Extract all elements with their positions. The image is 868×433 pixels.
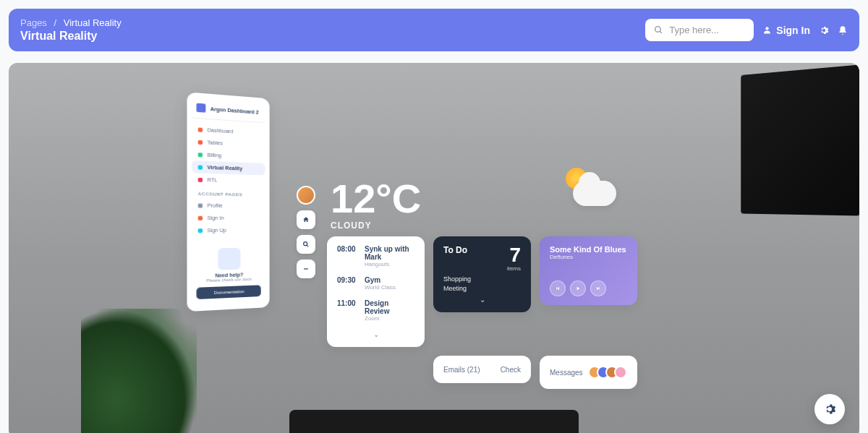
- bell-icon[interactable]: [838, 25, 848, 35]
- svg-point-0: [655, 27, 661, 33]
- brand-icon: [196, 103, 205, 113]
- schedule-item[interactable]: 09:30 Gym World Class: [337, 276, 414, 291]
- music-artist: Deftones: [550, 254, 627, 260]
- sidebar-item-label: Billing: [208, 153, 222, 158]
- sidebar-item-label: Tables: [208, 140, 223, 145]
- search-icon: [654, 25, 663, 35]
- schedule-card: 08:00 Synk up with Mark Hangouts 09:30 G…: [327, 236, 425, 347]
- svg-line-1: [660, 31, 662, 33]
- schedule-title: Design Review: [365, 299, 414, 315]
- breadcrumb-sep: /: [54, 17, 57, 28]
- sidebar-item-signup[interactable]: Sign Up: [192, 224, 265, 236]
- page-title: Virtual Reality: [20, 30, 122, 43]
- weather-condition: CLOUDY: [331, 220, 421, 231]
- schedule-time: 11:00: [337, 299, 359, 322]
- sidebar-item-label: Profile: [208, 203, 223, 208]
- avatar[interactable]: [297, 186, 315, 205]
- todo-title: To Do: [443, 245, 467, 255]
- schedule-item[interactable]: 08:00 Synk up with Mark Hangouts: [337, 245, 414, 267]
- sidebar-item-label: Sign In: [208, 215, 224, 220]
- next-button[interactable]: [590, 280, 606, 296]
- emails-card[interactable]: Emails (21) Check: [433, 356, 531, 383]
- mini-nav: [297, 186, 315, 278]
- dashboard-icon: [198, 127, 203, 132]
- vr-icon: [198, 165, 203, 169]
- schedule-title: Synk up with Mark: [365, 245, 414, 261]
- minimize-button[interactable]: [297, 260, 315, 278]
- messages-card[interactable]: Messages: [540, 356, 637, 389]
- temperature: 12°C: [331, 179, 421, 219]
- sidebar-item-label: Virtual Reality: [208, 165, 243, 171]
- speaker-decoration: [741, 64, 859, 215]
- sidebar-section-label: ACCOUNT PAGES: [192, 186, 265, 200]
- emails-check-link[interactable]: Check: [501, 366, 521, 374]
- documentation-button[interactable]: Documentation: [196, 285, 260, 299]
- weather-widget: 12°C CLOUDY: [331, 179, 421, 231]
- svg-line-4: [307, 245, 309, 247]
- search-button[interactable]: [297, 235, 315, 254]
- schedule-time: 08:00: [337, 245, 359, 267]
- header: Pages / Virtual Reality Virtual Reality …: [9, 9, 859, 51]
- schedule-item[interactable]: 11:00 Design Review Zoom: [337, 299, 414, 322]
- tables-icon: [198, 140, 203, 144]
- rtl-icon: [198, 177, 203, 181]
- schedule-sub: Hangouts: [365, 261, 414, 267]
- sidebar-item-label: Sign Up: [208, 228, 226, 233]
- signin-icon: [198, 215, 203, 220]
- schedule-sub: World Class: [365, 284, 396, 291]
- avatars-group: [592, 366, 627, 379]
- home-button[interactable]: [297, 210, 315, 229]
- todo-sub: Shopping Meeting: [443, 275, 521, 293]
- user-icon: [762, 25, 772, 35]
- weather-icon: [558, 168, 624, 211]
- search-box[interactable]: [645, 19, 754, 41]
- avatar[interactable]: [614, 366, 627, 379]
- brand-text: Argon Dashboard 2: [210, 106, 259, 115]
- sign-in-link[interactable]: Sign In: [762, 25, 810, 36]
- sidebar: Argon Dashboard 2 Dashboard Tables Billi…: [187, 92, 269, 312]
- sidebar-brand[interactable]: Argon Dashboard 2: [192, 100, 265, 123]
- svg-point-2: [766, 27, 769, 30]
- cloud-icon: [573, 181, 616, 206]
- help-icon: [218, 248, 240, 270]
- messages-label: Messages: [550, 369, 583, 377]
- sidebar-item-profile[interactable]: Profile: [192, 199, 265, 212]
- settings-icon[interactable]: [819, 25, 829, 35]
- sidebar-item-signin[interactable]: Sign In: [192, 212, 265, 224]
- breadcrumb-current: Virtual Reality: [64, 17, 122, 28]
- plant-decoration: [81, 309, 197, 433]
- sidebar-item-label: RTL: [208, 177, 218, 182]
- sidebar-item-label: Dashboard: [208, 127, 234, 134]
- play-button[interactable]: [570, 280, 586, 296]
- profile-icon: [198, 203, 203, 207]
- billing-icon: [198, 153, 203, 157]
- music-controls: [550, 280, 627, 296]
- header-left: Pages / Virtual Reality Virtual Reality: [20, 17, 122, 43]
- header-right: Sign In: [645, 19, 848, 41]
- chevron-down-icon[interactable]: ⌄: [443, 296, 521, 304]
- breadcrumb: Pages / Virtual Reality: [20, 17, 122, 28]
- sign-in-label: Sign In: [776, 25, 810, 36]
- todo-items-label: items: [507, 265, 521, 272]
- breadcrumb-root[interactable]: Pages: [20, 17, 47, 28]
- settings-fab[interactable]: [814, 394, 845, 424]
- bench-decoration: [289, 410, 579, 433]
- dashboard-panels: 08:00 Synk up with Mark Hangouts 09:30 G…: [327, 236, 652, 389]
- chevron-down-icon[interactable]: ⌄: [337, 330, 414, 338]
- schedule-title: Gym: [365, 276, 396, 284]
- search-input[interactable]: [669, 25, 745, 35]
- sidebar-help: Need help? Please check our docs Documen…: [192, 243, 265, 304]
- vr-stage: Argon Dashboard 2 Dashboard Tables Billi…: [9, 63, 859, 433]
- todo-count: 7: [507, 245, 521, 265]
- todo-card[interactable]: To Do 7 items Shopping Meeting ⌄: [433, 236, 531, 312]
- emails-label: Emails (21): [443, 366, 480, 374]
- schedule-time: 09:30: [337, 276, 359, 291]
- prev-button[interactable]: [550, 280, 566, 296]
- music-card: Some Kind Of Blues Deftones: [540, 236, 637, 305]
- schedule-sub: Zoom: [365, 315, 414, 322]
- signup-icon: [198, 228, 203, 233]
- music-title: Some Kind Of Blues: [550, 245, 627, 254]
